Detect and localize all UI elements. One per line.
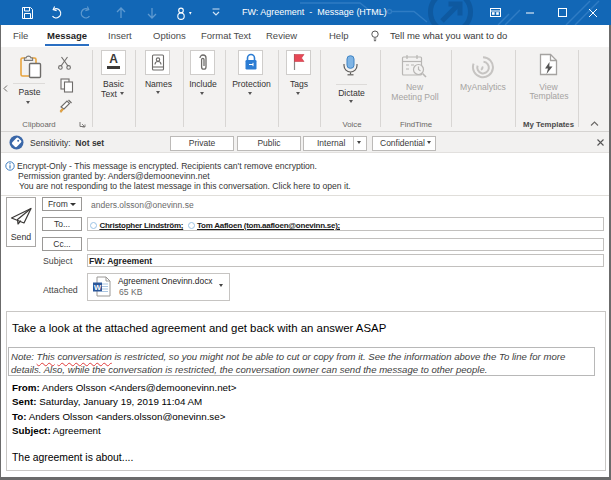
svg-text:W: W bbox=[94, 283, 102, 292]
